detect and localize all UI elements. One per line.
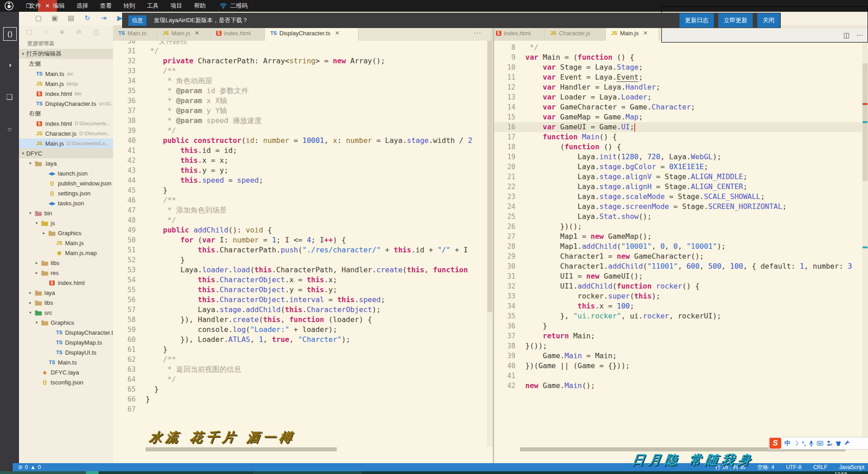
tree-item-Main.js[interactable]: JSMain.js [19,238,113,248]
code-line-14[interactable]: 14 var GameCharacter = Game.Character; [494,102,868,112]
tab-overflow-icon[interactable]: ··· [474,29,481,36]
code-line-22[interactable]: 22 Laya.stage.alignH = Stage.ALIGN_CENTE… [494,182,868,192]
tree-item-index.html[interactable]: 5index.htmlD:\Documents... [19,118,113,128]
mic-icon[interactable] [809,441,814,446]
code-line-23[interactable]: 23 Laya.stage.scaleMode = Stage.SCALE_SH… [494,192,868,202]
code-line-28[interactable]: 28 Map1.addChild("10001", 0, 0, "10001")… [494,242,868,251]
tree-item-Character.js[interactable]: JSCharacter.jsD:\Documen... [19,128,113,138]
code-line-54[interactable]: 54 this.CharacterObject.x = this.x; [113,275,493,285]
tree-item-DisplayCharacter.ts[interactable]: TSDisplayCharacter.tssrc\G.. [19,99,113,109]
code-line-19[interactable]: 19 Laya.init(1280, 720, Laya.WebGL); [494,152,868,162]
right-editor-vscrollbar[interactable] [862,41,868,447]
tree-item-publish_window.json[interactable]: {}publish_window.json [19,178,113,188]
tree-header-DFYC[interactable]: ▾DFYC [19,148,113,158]
tree-item-launch.json[interactable]: ◀▶launch.json [19,168,113,178]
code-line-51[interactable]: 51 this.CharacterPath.push("./res/charac… [113,245,493,255]
tree-item-libs[interactable]: ▸libs [19,298,113,308]
code-line-24[interactable]: 24 Laya.stage.screenMode = Stage.SCREEN_… [494,202,868,212]
code-line-16[interactable]: 16 var GameUI = Game.UI; [494,122,868,132]
code-explorer-icon[interactable]: ⟨⟩ [3,27,17,41]
tree-item-Graphics[interactable]: ▸Graphics [19,228,113,238]
code-line-34[interactable]: 34 this.x = 100; [494,301,868,311]
code-line-40[interactable]: 40})(Game || (Game = {})); [494,361,868,371]
code-line-59[interactable]: 59 console.log("Loader:" + loader); [113,325,493,335]
code-line-9[interactable]: 9var Main = (function () { [494,52,868,62]
code-line-62[interactable]: 62 /** [113,355,493,365]
errors-icon[interactable]: ⊘ [18,464,23,470]
code-line-17[interactable]: 17 function Main() { [494,132,868,142]
code-line-35[interactable]: 35 * @param id 参数文件 [113,86,493,96]
code-line-36[interactable]: 36 * @param x X轴 [113,96,493,106]
menu-8[interactable]: 二维码 [224,0,254,12]
code-line-29[interactable]: 29 Character1 = new GameCharacter(); [494,251,868,261]
code-line-60[interactable]: 60 }), Loader.ATLAS, 1, true, "Charcter"… [113,335,493,345]
code-line-44[interactable]: 44 this.speed = speed; [113,175,493,185]
split-editor-icon[interactable]: ◫ [844,31,850,39]
tree-item-libs[interactable]: ▸libs [19,258,113,268]
code-line-26[interactable]: 26 })(); [494,222,868,232]
dismiss-button[interactable]: 关闭 [757,13,780,28]
code-line-41[interactable]: 41 this.id = id; [113,146,493,156]
editor-left[interactable]: 30 * 文件路径31 */32 private CharacterPath: … [113,41,493,447]
close-tab-icon[interactable]: ✕ [643,30,648,36]
changelog-button[interactable]: 更新日志 [679,13,714,28]
shirt-icon[interactable] [835,441,841,446]
keyboard-icon[interactable] [817,441,823,446]
code-line-47[interactable]: 47 * 添加角色到场景 [113,205,493,215]
code-line-12[interactable]: 12 var Handler = Laya.Handler; [494,82,868,92]
sync-icon[interactable]: ↻ [82,13,92,23]
menu-4[interactable]: 转到 [118,0,141,12]
warnings-icon[interactable]: ▲ [30,464,36,470]
tree-item-Graphics[interactable]: ▾Graphics [19,318,113,327]
tree-section[interactable]: 左侧 [19,59,113,69]
code-line-10[interactable]: 10 var Stage = Laya.Stage; [494,62,868,72]
code-line-30[interactable]: 30 Character1.addChild("11001", 600, 500… [494,261,868,271]
new-project-icon[interactable]: ▣ [50,13,60,23]
code-line-20[interactable]: 20 Laya.stage.bgColor = 0X1E1E1E; [494,162,868,172]
indentation[interactable]: 空格: 4 [757,464,774,471]
tree-item-res[interactable]: ▸res [19,268,113,278]
code-line-50[interactable]: 50 for (var I: number = 1; I <= 4; I++) … [113,235,493,245]
wrench-icon[interactable] [844,441,850,446]
menu-6[interactable]: 项目 [165,0,188,12]
code-line-46[interactable]: 46 /** [113,195,493,205]
tree-item-Main.ts[interactable]: TSMain.ts [19,357,113,367]
code-line-31[interactable]: 31 UI1 = new GameUI(); [494,271,868,281]
tree-item-settings.json[interactable]: {}settings.json [19,188,113,198]
language-mode[interactable]: JavaScript [839,464,864,470]
chinese-mode-icon[interactable]: 中 [784,439,790,447]
code-line-38[interactable]: 38}()); [494,341,868,351]
code-line-64[interactable]: 64 */ [113,374,493,384]
code-line-11[interactable]: 11 var Event = Laya.Event; [494,72,868,82]
tree-header-打开的编辑器[interactable]: ▾打开的编辑器 [19,49,113,59]
left-editor-vscrollbar[interactable] [487,41,493,447]
tree-section[interactable]: 右侧 [19,109,113,118]
code-line-61[interactable]: 61 } [113,345,493,355]
palette-icon[interactable]: ◑ [3,59,16,71]
close-tab-icon[interactable]: ✕ [335,30,340,36]
tree-item-tsconfig.json[interactable]: {}tsconfig.json [19,377,113,387]
code-line-39[interactable]: 39 */ [113,126,493,136]
code-line-48[interactable]: 48 */ [113,215,493,225]
eol-sequence[interactable]: CRLF [813,464,827,470]
code-line-39[interactable]: 39 Game.Main = Main; [494,351,868,361]
tree-item-index.html[interactable]: 5index.htmlbin [19,89,113,99]
new-file-icon[interactable]: ▢ [33,13,43,23]
code-line-63[interactable]: 63 * 返回当前视图的信息 [113,365,493,374]
code-line-42[interactable]: 42new Game.Main(); [494,381,868,391]
code-line-42[interactable]: 42 this.x = x; [113,156,493,166]
code-line-21[interactable]: 21 Laya.stage.alignV = Stage.ALIGN_MIDDL… [494,172,868,182]
menu-3[interactable]: 查看 [94,0,118,12]
code-line-32[interactable]: 32 private CharacterPath: Array<string> … [113,56,493,66]
code-line-25[interactable]: 25 Laya.Stat.show(); [494,212,868,222]
code-line-33[interactable]: 33 rocker.super(this); [494,291,868,301]
code-line-45[interactable]: 45 } [113,185,493,195]
update-now-button[interactable]: 立即更新 [718,13,753,28]
code-line-8[interactable]: 8 */ [494,43,868,52]
code-line-27[interactable]: 27 Map1 = new GameMap(); [494,232,868,242]
menu-0[interactable]: 文件 [24,0,47,12]
code-line-37[interactable]: 37 return Main; [494,331,868,341]
tree-item-js[interactable]: ▾js [19,218,113,228]
sogou-logo-icon[interactable]: S [769,438,781,449]
save-all-icon[interactable]: ▤ [66,13,76,23]
